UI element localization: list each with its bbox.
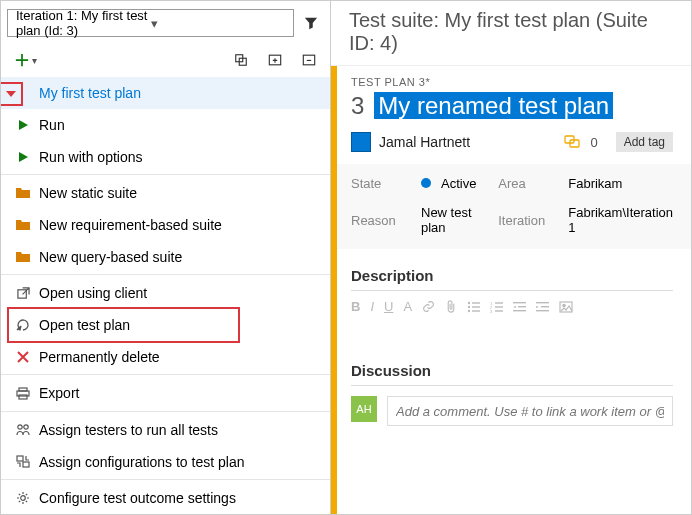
svg-rect-18	[472, 306, 480, 307]
svg-rect-20	[472, 310, 480, 311]
right-pane: Test suite: My first test plan (Suite ID…	[331, 1, 691, 514]
svg-rect-28	[518, 306, 526, 307]
bold-icon[interactable]: B	[351, 299, 360, 314]
menu-item-run-options[interactable]: Run with options	[1, 141, 330, 173]
assignee-name[interactable]: Jamal Hartnett	[379, 134, 556, 150]
discussion-heading: Discussion	[351, 362, 673, 386]
menu-item-new-req-suite[interactable]: New requirement-based suite	[1, 209, 330, 241]
folder-icon	[15, 219, 31, 231]
attach-icon[interactable]	[445, 300, 457, 313]
fields-grid: State Active Area Fabrikam Reason New te…	[337, 164, 691, 249]
play-icon	[15, 151, 31, 163]
label: Open using client	[39, 285, 147, 301]
svg-rect-30	[536, 302, 549, 303]
chevron-down-icon: ▾	[32, 55, 37, 66]
menu-item-open-client[interactable]: Open using client	[1, 277, 330, 309]
number-list-icon[interactable]: 123	[490, 301, 503, 313]
area-label: Area	[498, 176, 568, 191]
menu-item-new-static-suite[interactable]: New static suite	[1, 177, 330, 209]
iteration-label: Iteration	[498, 213, 568, 228]
label: Open test plan	[39, 317, 130, 333]
menu-item-permanently-delete[interactable]: Permanently delete	[1, 341, 330, 373]
rte-toolbar: B I U A 123	[351, 299, 673, 314]
font-icon[interactable]: A	[403, 299, 412, 314]
label: Permanently delete	[39, 349, 160, 365]
menu-item-run[interactable]: Run	[1, 109, 330, 141]
svg-point-19	[468, 309, 470, 311]
menu-item-export[interactable]: Export	[1, 377, 330, 409]
svg-rect-32	[536, 310, 549, 311]
svg-text:3: 3	[490, 309, 493, 313]
label: Assign testers to run all tests	[39, 422, 218, 438]
bullet-list-icon[interactable]	[467, 301, 480, 313]
label: Configure test outcome settings	[39, 490, 236, 506]
user-avatar: AH	[351, 396, 377, 422]
suite-header: Test suite: My first test plan (Suite ID…	[331, 1, 691, 66]
italic-icon[interactable]: I	[370, 299, 374, 314]
discussion-icon[interactable]	[564, 135, 580, 149]
label: Run with options	[39, 149, 143, 165]
svg-rect-16	[472, 302, 480, 303]
title-input[interactable]: My renamed test plan	[374, 92, 613, 120]
state-dot-icon	[421, 178, 431, 188]
menu-item-assign-testers[interactable]: Assign testers to run all tests	[1, 414, 330, 446]
menu-item-new-query-suite[interactable]: New query-based suite	[1, 241, 330, 273]
underline-icon[interactable]: U	[384, 299, 393, 314]
svg-rect-10	[17, 456, 23, 461]
svg-rect-31	[541, 306, 549, 307]
expand-caret-icon[interactable]	[0, 82, 23, 106]
svg-point-17	[468, 305, 470, 307]
new-item-button[interactable]: ▾	[15, 53, 37, 67]
add-panel-icon[interactable]	[268, 53, 282, 67]
state-value[interactable]: Active	[421, 176, 498, 191]
state-label: State	[351, 176, 421, 191]
description-heading: Description	[351, 267, 673, 291]
link-icon[interactable]	[422, 300, 435, 313]
iteration-dropdown[interactable]: Iteration 1: My first test plan (Id: 3) …	[7, 9, 294, 37]
image-icon[interactable]	[559, 301, 573, 313]
filter-icon[interactable]	[298, 10, 324, 36]
svg-point-8	[18, 425, 22, 429]
external-icon	[15, 287, 31, 300]
svg-rect-22	[495, 306, 503, 307]
copy-icon[interactable]	[234, 53, 248, 67]
svg-point-15	[468, 301, 470, 303]
label: Run	[39, 117, 65, 133]
title-text: My renamed test plan	[374, 92, 613, 119]
add-tag-button[interactable]: Add tag	[616, 132, 673, 152]
reason-value[interactable]: New test plan	[421, 205, 498, 235]
svg-rect-23	[495, 310, 503, 311]
left-pane: Iteration 1: My first test plan (Id: 3) …	[1, 1, 331, 514]
assign-testers-icon	[15, 423, 31, 436]
discussion-count: 0	[590, 135, 597, 150]
area-value[interactable]: Fabrikam	[568, 176, 673, 191]
print-icon	[15, 387, 31, 400]
label: Export	[39, 385, 79, 401]
folder-icon	[15, 251, 31, 263]
label: My first test plan	[39, 85, 141, 101]
menu-item-open-test-plan[interactable]: Open test plan	[1, 309, 330, 341]
remove-panel-icon[interactable]	[302, 53, 316, 67]
discussion-input[interactable]	[387, 396, 673, 426]
assign-config-icon	[15, 455, 31, 468]
work-item-type-label: TEST PLAN 3*	[351, 76, 673, 88]
menu-item-assign-config[interactable]: Assign configurations to test plan	[1, 446, 330, 478]
iteration-label: Iteration 1: My first test plan (Id: 3)	[16, 8, 151, 38]
menu-item-configure-outcome[interactable]: Configure test outcome settings	[1, 482, 330, 514]
chevron-down-icon: ▾	[151, 16, 286, 31]
label: Assign configurations to test plan	[39, 454, 244, 470]
description-input[interactable]	[351, 314, 673, 344]
svg-rect-21	[495, 302, 503, 303]
label: New requirement-based suite	[39, 217, 222, 233]
svg-point-12	[21, 496, 26, 501]
label: New static suite	[39, 185, 137, 201]
svg-rect-27	[513, 302, 526, 303]
outdent-icon[interactable]	[513, 301, 526, 313]
gear-icon	[15, 491, 31, 505]
iteration-value[interactable]: Fabrikam\Iteration 1	[568, 205, 673, 235]
indent-icon[interactable]	[536, 301, 549, 313]
open-plan-icon	[15, 318, 31, 331]
menu-item-test-plan[interactable]: My first test plan	[1, 77, 330, 109]
left-toolbar: ▾	[1, 45, 330, 77]
svg-rect-11	[23, 462, 29, 467]
